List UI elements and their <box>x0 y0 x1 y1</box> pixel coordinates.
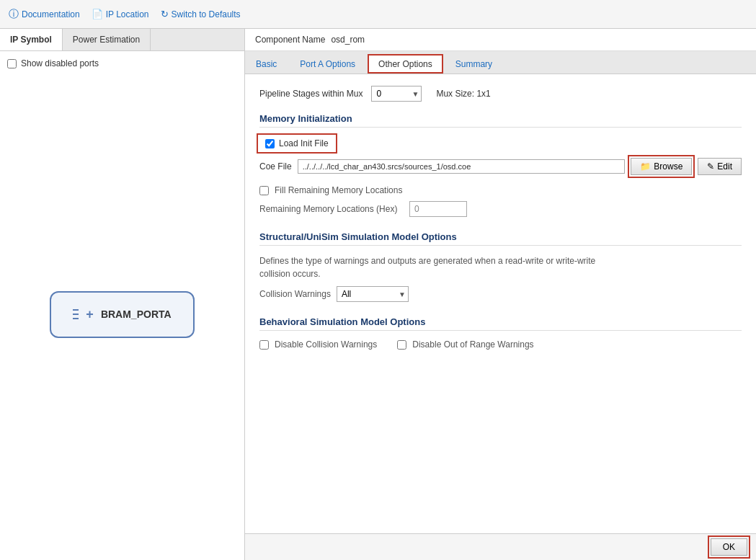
left-panel: IP Symbol Power Estimation Show disabled… <box>0 29 245 560</box>
tab-power-estimation[interactable]: Power Estimation <box>63 29 151 50</box>
behavioral-header: Behavioral Simulation Model Options <box>259 316 742 331</box>
bram-line-2 <box>73 314 79 315</box>
structural-desc: Defines the type of warnings and outputs… <box>259 254 620 280</box>
tab-content: Pipeline Stages within Mux 0 1 2 ▼ Mux S… <box>245 74 756 533</box>
load-init-file-row: Load Init File <box>259 136 742 151</box>
main-layout: IP Symbol Power Estimation Show disabled… <box>0 29 756 560</box>
symbol-area: + BRAM_PORTA <box>7 76 237 553</box>
fill-remaining-label[interactable]: Fill Remaining Memory Locations <box>275 185 402 195</box>
show-disabled-row: Show disabled ports <box>7 58 237 68</box>
bram-plus-icon: + <box>86 307 94 322</box>
refresh-icon: ↻ <box>161 9 169 19</box>
edit-icon: ✎ <box>707 161 714 172</box>
remaining-memory-row: Remaining Memory Locations (Hex) <box>259 201 742 217</box>
edit-button[interactable]: ✎ Edit <box>698 158 742 175</box>
browse-button[interactable]: 📁 Browse <box>631 158 692 175</box>
behavioral-section: Behavioral Simulation Model Options Disa… <box>259 316 742 350</box>
tab-summary[interactable]: Summary <box>445 54 503 74</box>
collision-warnings-label: Collision Warnings <box>259 289 331 299</box>
disable-collision-checkbox[interactable] <box>259 340 269 350</box>
location-icon: 📄 <box>92 9 103 19</box>
left-tabs: IP Symbol Power Estimation <box>0 29 244 51</box>
pipeline-row: Pipeline Stages within Mux 0 1 2 ▼ Mux S… <box>259 86 742 102</box>
load-init-file-outlined[interactable]: Load Init File <box>259 136 334 151</box>
info-icon: ⓘ <box>9 8 19 21</box>
coe-file-label: Coe File <box>259 161 292 172</box>
collision-warnings-select[interactable]: All None Warning Only Generate X Only <box>337 286 409 302</box>
tab-basic[interactable]: Basic <box>245 54 288 74</box>
toolbar: ⓘ Documentation 📄 IP Location ↻ Switch t… <box>0 0 756 29</box>
ok-button[interactable]: OK <box>711 538 747 556</box>
right-panel: Component Name osd_rom Basic Port A Opti… <box>245 29 756 560</box>
structural-header: Structural/UniSim Simulation Model Optio… <box>259 231 742 246</box>
switch-to-defaults-link[interactable]: ↻ Switch to Defaults <box>161 9 241 19</box>
ip-location-link[interactable]: 📄 IP Location <box>92 9 149 19</box>
bottom-bar: OK <box>245 533 756 560</box>
switch-to-defaults-label: Switch to Defaults <box>172 9 241 19</box>
component-name-label: Component Name <box>255 35 325 45</box>
pipeline-label: Pipeline Stages within Mux <box>259 89 363 99</box>
memory-init-section: Memory Initialization Load Init File Coe… <box>259 113 742 217</box>
ip-location-label: IP Location <box>106 9 149 19</box>
show-disabled-ports-checkbox[interactable] <box>7 59 17 68</box>
tab-other-options[interactable]: Other Options <box>368 54 443 74</box>
bram-symbol-name: BRAM_PORTA <box>101 308 172 320</box>
documentation-link[interactable]: ⓘ Documentation <box>9 8 80 21</box>
remaining-memory-label: Remaining Memory Locations (Hex) <box>259 204 404 214</box>
remaining-memory-input[interactable] <box>409 201 467 217</box>
show-disabled-ports-label[interactable]: Show disabled ports <box>21 58 99 68</box>
disable-collision-label[interactable]: Disable Collision Warnings <box>275 339 377 350</box>
pipeline-select-wrap: 0 1 2 ▼ <box>371 86 422 102</box>
coe-file-row: Coe File 📁 Browse ✎ Edit <box>259 158 742 175</box>
bram-lines <box>73 309 79 319</box>
bram-line-3 <box>73 318 79 319</box>
fill-memory-row: Fill Remaining Memory Locations <box>259 185 742 195</box>
tab-ip-symbol[interactable]: IP Symbol <box>0 29 63 50</box>
behavioral-checkboxes: Disable Collision Warnings Disable Out o… <box>259 339 742 350</box>
bram-line-1 <box>73 309 79 311</box>
fill-remaining-checkbox[interactable] <box>259 186 269 195</box>
mux-size-label: Mux Size: 1x1 <box>436 89 490 99</box>
memory-init-header: Memory Initialization <box>259 113 742 128</box>
disable-out-of-range-checkbox[interactable] <box>397 340 406 350</box>
collision-warnings-row: Collision Warnings All None Warning Only… <box>259 286 742 302</box>
load-init-file-checkbox[interactable] <box>265 139 275 148</box>
load-init-file-label[interactable]: Load Init File <box>279 138 329 148</box>
component-header: Component Name osd_rom <box>245 29 756 51</box>
browse-icon: 📁 <box>640 161 651 172</box>
bram-symbol: + BRAM_PORTA <box>50 291 194 338</box>
component-name-value: osd_rom <box>331 35 365 45</box>
right-tabs: Basic Port A Options Other Options Summa… <box>245 51 756 74</box>
collision-select-wrap: All None Warning Only Generate X Only ▼ <box>337 286 409 302</box>
structural-section: Structural/UniSim Simulation Model Optio… <box>259 231 742 302</box>
disable-out-of-range-label[interactable]: Disable Out of Range Warnings <box>412 339 533 350</box>
pipeline-select[interactable]: 0 1 2 <box>371 86 422 102</box>
documentation-label: Documentation <box>22 9 80 19</box>
coe-file-input[interactable] <box>298 159 626 174</box>
tab-port-a-options[interactable]: Port A Options <box>289 54 366 74</box>
left-content: Show disabled ports + BRAM_PORTA <box>0 51 244 560</box>
